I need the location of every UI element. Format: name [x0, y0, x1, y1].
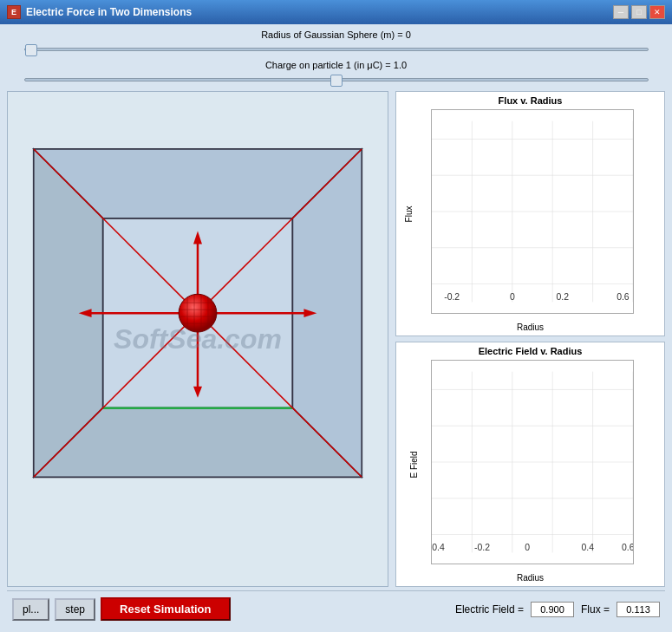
flux-status-value: 0.113 [617, 602, 660, 617]
slider-section: Radius of Gaussian Sphere (m) = 0 Charge… [7, 29, 665, 88]
svg-point-24 [179, 294, 217, 332]
svg-text:-0.2: -0.2 [444, 292, 460, 302]
step-button[interactable]: step [55, 598, 95, 621]
window-controls: ─ □ ✕ [613, 5, 665, 19]
simulation-svg [8, 92, 388, 586]
simulation-panel: SoftSea.com [7, 91, 388, 587]
svg-text:0.4: 0.4 [582, 543, 595, 552]
reset-button[interactable]: Reset Simulation [101, 597, 230, 621]
charge-slider-row: Charge on particle 1 (in μC) = 1.0 [7, 60, 665, 88]
pl-button[interactable]: pl... [12, 598, 49, 621]
svg-text:0.6: 0.6 [617, 292, 630, 302]
window-body: Radius of Gaussian Sphere (m) = 0 Charge… [0, 24, 672, 632]
charge-slider[interactable] [24, 72, 649, 88]
main-content: SoftSea.com [7, 91, 665, 587]
efield-chart-area: 1.4 1.2 1.0 0.8 0.6 -0.4 -0.2 0 0.4 0.6 [431, 360, 634, 564]
efield-y-label: E Field [409, 451, 419, 478]
maximize-button[interactable]: □ [631, 5, 647, 19]
flux-chart-svg: 1.0 0.5 0 -0.5 -1.0 -0.2 0 0.2 0.6 [432, 110, 633, 313]
charts-panel: Flux v. Radius Flux Radius [395, 91, 665, 587]
efield-status-value: 0.900 [531, 602, 574, 617]
close-button[interactable]: ✕ [649, 5, 665, 19]
svg-text:0: 0 [525, 543, 530, 552]
window-title: Electric Force in Two Dimensions [26, 6, 608, 18]
svg-text:0: 0 [510, 292, 515, 302]
gaussian-slider[interactable] [24, 42, 649, 57]
gaussian-label: Radius of Gaussian Sphere (m) = 0 [261, 29, 411, 40]
efield-status-label: Electric Field = [455, 603, 524, 616]
flux-x-label: Radius [396, 323, 664, 332]
charge-label: Charge on particle 1 (in μC) = 1.0 [265, 60, 407, 70]
svg-text:-0.2: -0.2 [474, 543, 490, 552]
efield-chart-title: Electric Field v. Radius [396, 346, 664, 356]
efield-chart-svg: 1.4 1.2 1.0 0.8 0.6 -0.4 -0.2 0 0.4 0.6 [432, 361, 633, 564]
svg-text:-0.4: -0.4 [432, 543, 445, 552]
field-display: Electric Field = 0.900 Flux = 0.113 [455, 602, 660, 617]
svg-text:0.2: 0.2 [557, 292, 570, 302]
flux-chart-area: 1.0 0.5 0 -0.5 -1.0 -0.2 0 0.2 0.6 [431, 109, 634, 314]
flux-chart-title: Flux v. Radius [396, 95, 664, 106]
efield-chart: Electric Field v. Radius E Field Radius [395, 342, 665, 587]
svg-text:0.6: 0.6 [622, 543, 633, 552]
title-bar: E Electric Force in Two Dimensions ─ □ ✕ [0, 0, 672, 24]
gaussian-slider-row: Radius of Gaussian Sphere (m) = 0 [7, 29, 665, 57]
flux-y-label: Flux [404, 205, 414, 222]
app-icon: E [7, 5, 21, 19]
flux-status-label: Flux = [581, 603, 610, 616]
bottom-bar: pl... step Reset Simulation Electric Fie… [7, 590, 665, 627]
minimize-button[interactable]: ─ [613, 5, 629, 19]
efield-x-label: Radius [396, 573, 664, 583]
flux-chart: Flux v. Radius Flux Radius [395, 91, 665, 336]
